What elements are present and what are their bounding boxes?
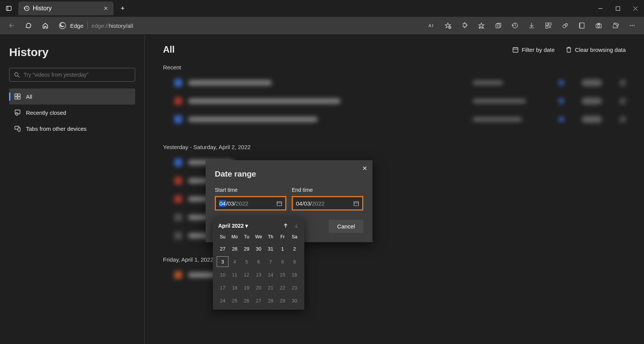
calendar-day[interactable]: 22 bbox=[276, 282, 288, 293]
nav-item-other-devices[interactable]: Tabs from other devices bbox=[9, 121, 135, 137]
svg-rect-42 bbox=[18, 94, 20, 96]
calendar-picker-icon[interactable] bbox=[353, 201, 359, 206]
screenshot-button[interactable] bbox=[591, 18, 606, 33]
calendar-day[interactable]: 15 bbox=[276, 269, 288, 280]
history-row[interactable] bbox=[163, 110, 626, 129]
calendar-day[interactable]: 20 bbox=[252, 282, 264, 293]
svg-point-28 bbox=[563, 25, 566, 28]
tab-actions-button[interactable] bbox=[3, 3, 14, 14]
browser-tab[interactable]: History ✕ bbox=[18, 2, 113, 15]
tab-close-button[interactable]: ✕ bbox=[104, 5, 108, 11]
share-button[interactable] bbox=[608, 18, 623, 33]
calendar-day[interactable]: 7 bbox=[265, 256, 276, 267]
calendar-prev-button[interactable] bbox=[283, 223, 288, 228]
calendar-day[interactable]: 5 bbox=[241, 256, 252, 267]
svg-rect-25 bbox=[546, 26, 548, 28]
close-window-button[interactable] bbox=[626, 0, 644, 17]
calendar-day[interactable]: 19 bbox=[241, 282, 252, 293]
calendar-day[interactable]: 28 bbox=[229, 243, 240, 254]
downloads-button[interactable] bbox=[524, 18, 539, 33]
address-bar[interactable]: Edge edge://history/all bbox=[59, 22, 133, 29]
history-row[interactable] bbox=[163, 92, 626, 110]
calendar-day[interactable]: 12 bbox=[241, 269, 252, 280]
filter-label: Filter by date bbox=[522, 47, 555, 53]
read-aloud-button[interactable]: A bbox=[424, 18, 438, 33]
svg-point-34 bbox=[598, 25, 600, 27]
calendar-day[interactable]: 8 bbox=[276, 256, 288, 267]
calendar-day[interactable]: 10 bbox=[217, 269, 229, 280]
calendar-day[interactable]: 1 bbox=[276, 243, 288, 254]
calendar-day[interactable]: 30 bbox=[252, 243, 264, 254]
calendar-day[interactable]: 25 bbox=[229, 295, 240, 306]
nav-label: All bbox=[26, 93, 32, 100]
calendar-day[interactable]: 14 bbox=[265, 269, 276, 280]
calendar-dow: Fr bbox=[276, 233, 288, 241]
history-row[interactable] bbox=[163, 74, 626, 92]
calendar-day[interactable]: 28 bbox=[265, 295, 276, 306]
start-time-label: Start time bbox=[215, 187, 286, 193]
end-time-input[interactable]: 04/03/2022 bbox=[292, 196, 363, 211]
refresh-button[interactable] bbox=[21, 18, 36, 33]
section-recent: Recent bbox=[163, 64, 626, 71]
calendar-day[interactable]: 31 bbox=[265, 243, 276, 254]
calendar-popup: April 2022 ▾ SuMoTuWeThFrSa2728293031123… bbox=[213, 217, 304, 310]
nav-item-all[interactable]: All bbox=[9, 88, 135, 104]
nav-item-recently-closed[interactable]: Recently closed bbox=[9, 104, 135, 121]
calendar-day[interactable]: 18 bbox=[229, 282, 240, 293]
start-time-input[interactable]: 04/03/2022 bbox=[215, 196, 286, 211]
calendar-day[interactable]: 9 bbox=[289, 256, 300, 267]
calendar-day[interactable]: 24 bbox=[217, 295, 229, 306]
back-button[interactable] bbox=[5, 18, 19, 33]
menu-button[interactable] bbox=[625, 18, 639, 33]
calendar-dow: Su bbox=[217, 233, 229, 241]
favorite-button[interactable] bbox=[441, 18, 455, 33]
calendar-day[interactable]: 11 bbox=[229, 269, 240, 280]
calendar-day[interactable]: 27 bbox=[217, 243, 229, 254]
apps-button[interactable] bbox=[541, 18, 556, 33]
search-icon bbox=[14, 72, 20, 78]
calendar-day[interactable]: 13 bbox=[252, 269, 264, 280]
svg-rect-24 bbox=[549, 23, 551, 25]
calendar-day[interactable]: 2 bbox=[289, 243, 300, 254]
favorites-list-button[interactable] bbox=[474, 18, 489, 33]
home-button[interactable] bbox=[38, 18, 53, 33]
performance-button[interactable] bbox=[558, 18, 572, 33]
office-button[interactable] bbox=[575, 18, 589, 33]
content-heading: All bbox=[163, 44, 175, 55]
search-box[interactable] bbox=[9, 68, 135, 82]
filter-by-date-button[interactable]: Filter by date bbox=[512, 47, 555, 53]
collections-button[interactable] bbox=[491, 18, 505, 33]
calendar-day[interactable]: 21 bbox=[265, 282, 276, 293]
calendar-day[interactable]: 4 bbox=[229, 256, 240, 267]
search-input[interactable] bbox=[24, 72, 130, 78]
dialog-close-button[interactable]: ✕ bbox=[362, 165, 367, 172]
calendar-day[interactable]: 27 bbox=[252, 295, 264, 306]
calendar-day[interactable]: 29 bbox=[276, 295, 288, 306]
extensions-button[interactable] bbox=[457, 18, 472, 33]
svg-rect-55 bbox=[354, 201, 359, 206]
nav-label: Tabs from other devices bbox=[26, 125, 86, 132]
calendar-day[interactable]: 3 bbox=[217, 256, 229, 267]
clear-data-button[interactable]: Clear browsing data bbox=[566, 47, 626, 53]
calendar-dow: Tu bbox=[241, 233, 252, 241]
svg-rect-49 bbox=[513, 48, 518, 52]
calendar-day[interactable]: 26 bbox=[241, 295, 252, 306]
cancel-button[interactable]: Cancel bbox=[329, 220, 363, 233]
calendar-picker-icon[interactable] bbox=[276, 201, 282, 206]
calendar-day[interactable]: 6 bbox=[252, 256, 264, 267]
svg-rect-43 bbox=[15, 97, 17, 99]
calendar-day[interactable]: 16 bbox=[289, 269, 300, 280]
maximize-button[interactable] bbox=[609, 0, 626, 17]
svg-rect-53 bbox=[277, 201, 282, 206]
calendar-day[interactable]: 29 bbox=[241, 243, 252, 254]
calendar-day[interactable]: 23 bbox=[289, 282, 300, 293]
calendar-month-button[interactable]: April 2022 ▾ bbox=[218, 223, 248, 229]
history-toolbar-button[interactable] bbox=[508, 18, 522, 33]
minimize-button[interactable] bbox=[591, 0, 609, 17]
calendar-day[interactable]: 30 bbox=[289, 295, 300, 306]
calendar-next-button[interactable] bbox=[294, 223, 299, 228]
calendar-dow: Mo bbox=[229, 233, 240, 241]
trash-icon bbox=[566, 47, 572, 53]
calendar-day[interactable]: 17 bbox=[217, 282, 229, 293]
new-tab-button[interactable]: + bbox=[116, 2, 129, 15]
